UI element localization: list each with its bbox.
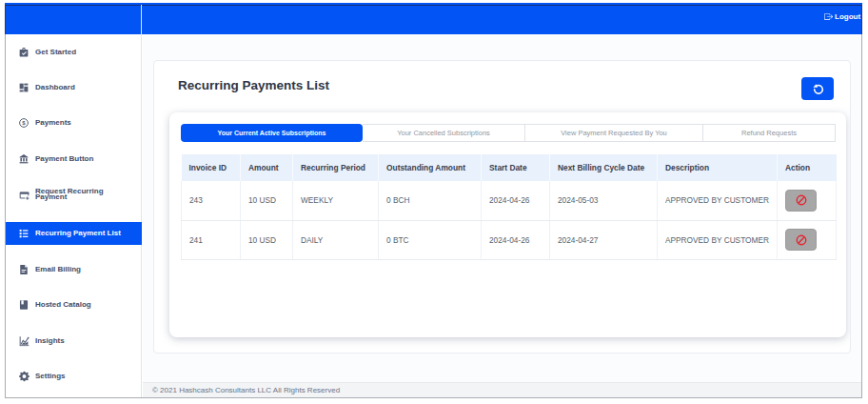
- svg-text:$: $: [22, 120, 26, 126]
